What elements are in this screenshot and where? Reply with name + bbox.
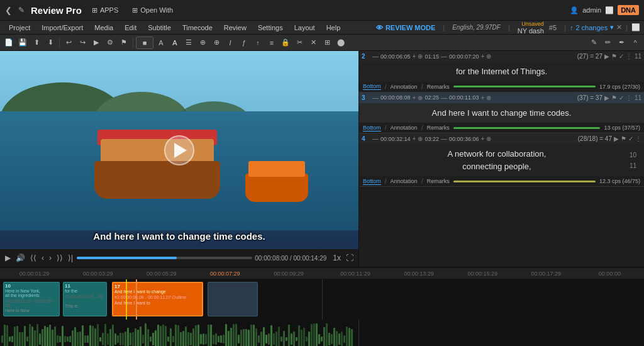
sub-play-3[interactable]: ▶ (604, 94, 609, 101)
tab-bottom-2[interactable]: Bottom (363, 83, 381, 90)
video-progress-bar[interactable] (77, 257, 252, 259)
menu-subtitle[interactable]: Subtitle (143, 23, 176, 33)
tb-edit2[interactable]: ✏ (601, 36, 614, 49)
track-clips-right[interactable] (322, 279, 645, 320)
back-button[interactable]: ❮ (5, 6, 12, 15)
tb-script[interactable]: ƒ (238, 36, 250, 49)
changes-dropdown[interactable]: ▾ (610, 23, 614, 31)
tb-tool2[interactable]: ⊕ (210, 36, 223, 49)
sub-more-3[interactable]: ⋮ (626, 94, 632, 101)
subtitle-row-2: 2 — 00:00:06:05 + ⊕ 01:15 — 00:00:07:20 … (359, 51, 644, 92)
sub-play-2[interactable]: ▶ (604, 53, 609, 60)
sub-tc-circle-3[interactable]: ⊕ (418, 94, 423, 101)
tb-arrow[interactable]: ↑ (252, 36, 264, 49)
vc-next[interactable]: › (48, 254, 53, 262)
sub-tc-circle-4[interactable]: ⊕ (418, 135, 423, 142)
menu-timecode[interactable]: Timecode (177, 23, 218, 33)
tb-download[interactable]: ⬇ (44, 36, 57, 49)
sub-play-4[interactable]: ▶ (614, 135, 619, 142)
vc-prev-frame[interactable]: ⟨⟨ (29, 254, 38, 262)
tab-remarks-4[interactable]: Remarks (427, 178, 450, 184)
tab-remarks-3[interactable]: Remarks (427, 125, 450, 131)
tb-text[interactable]: A (155, 36, 167, 49)
tb-caret[interactable]: ^ (629, 36, 641, 49)
tb-list[interactable]: ≡ (265, 36, 278, 49)
sub-flag-4[interactable]: ⚑ (621, 135, 626, 142)
tb-tool3[interactable]: ⬤ (335, 36, 347, 49)
timeline-playhead[interactable] (136, 279, 137, 320)
apps-button[interactable]: ⊞ APPS (88, 5, 122, 16)
clip-10[interactable]: 10 Here in New York, all the ingredients… (3, 282, 60, 316)
menu-review[interactable]: Review (219, 23, 252, 33)
sub-tc-plus-3[interactable]: + (413, 94, 416, 101)
tab-bottom-4[interactable]: Bottom (363, 178, 381, 185)
sub-more-2[interactable]: ⋮ (626, 53, 632, 60)
number-label: #5 (545, 24, 560, 31)
tb-tool1[interactable]: ⊕ (196, 36, 209, 49)
tb-color1[interactable]: ■ (136, 36, 153, 49)
menu-settings[interactable]: Settings (253, 23, 288, 33)
sub-more-4[interactable]: ⋮ (635, 135, 641, 142)
tb-pencil[interactable]: ✒ (615, 36, 628, 49)
sub-tcout-plus-3[interactable]: + (480, 94, 484, 101)
tb-marker[interactable]: ⚑ (118, 36, 130, 49)
sub-tcout-plus-4[interactable]: + (480, 135, 484, 142)
tb-undo[interactable]: ↩ (62, 36, 75, 49)
tab-annotation-2[interactable]: Annotation (391, 84, 418, 90)
menu-layout[interactable]: Layout (289, 23, 320, 33)
menu-help[interactable]: Help (321, 23, 346, 33)
tb-text2[interactable]: A (169, 36, 181, 49)
track-clips-left[interactable]: 10 Here in New York, all the ingredients… (0, 279, 322, 320)
tb-save[interactable]: 💾 (16, 36, 29, 49)
openwith-button[interactable]: ⊞ Open With (128, 5, 177, 16)
menu-media[interactable]: Media (89, 23, 118, 33)
sub-tcout-circle-3[interactable]: ⊕ (486, 94, 491, 101)
vc-play-icon[interactable]: ▶ (4, 254, 12, 262)
subtitle-text-4-line1: A network for collaboration, (367, 148, 627, 160)
panel-icon[interactable]: ⬜ (631, 23, 640, 31)
video-progress-fill (77, 257, 177, 259)
tb-lock[interactable]: 🔒 (279, 36, 292, 49)
tb-gear[interactable]: ⚙ (104, 36, 116, 49)
sub-check-4[interactable]: ✓ (628, 135, 633, 142)
tb-italic[interactable]: I (224, 36, 236, 49)
sub-tc-plus-4[interactable]: + (413, 135, 416, 142)
play-button[interactable] (164, 135, 194, 165)
sub-tc-circle-2[interactable]: ⊕ (418, 53, 423, 60)
tab-annotation-4[interactable]: Annotation (391, 178, 418, 184)
vc-next-fast[interactable]: ⟩⟩ (55, 254, 64, 262)
sub-tcout-plus-2[interactable]: + (480, 53, 484, 60)
sub-tcout-circle-4[interactable]: ⊕ (486, 135, 491, 142)
menu-project[interactable]: Project (4, 23, 35, 33)
video-frame[interactable]: And here I want to change time codes. (0, 51, 358, 249)
clip-11[interactable]: 11 for the #2 00:00:06.05 - 00 This is (63, 282, 107, 316)
tab-bottom-3[interactable]: Bottom (363, 125, 381, 131)
sub-check-3[interactable]: ✓ (619, 94, 624, 101)
sub-flag-3[interactable]: ⚑ (611, 94, 617, 101)
sub-tc-plus-2[interactable]: + (413, 53, 416, 60)
menu-edit[interactable]: Edit (119, 23, 142, 33)
tb-grid[interactable]: ⊞ (321, 36, 333, 49)
tab-annotation-3[interactable]: Annotation (391, 125, 418, 131)
tb-x1[interactable]: ✕ (307, 36, 319, 49)
tb-redo[interactable]: ↪ (76, 36, 89, 49)
vc-volume[interactable]: 🔊 (14, 254, 26, 262)
tb-new[interactable]: 📄 (3, 36, 15, 49)
sub-flag-2[interactable]: ⚑ (611, 53, 617, 60)
vc-speed[interactable]: 1x (331, 254, 342, 262)
vc-fullscreen[interactable]: ⛶ (345, 254, 355, 262)
menu-import-export[interactable]: Import/Export (36, 23, 88, 33)
tb-cut[interactable]: ✂ (293, 36, 306, 49)
tab-remarks-2[interactable]: Remarks (427, 84, 450, 90)
sub-tcout-circle-2[interactable]: ⊕ (486, 53, 491, 60)
close-changes-icon[interactable]: ✕ (616, 23, 622, 31)
tb-align[interactable]: ☰ (182, 36, 195, 49)
vc-end[interactable]: ⟩| (67, 254, 74, 262)
clip-18[interactable] (208, 282, 258, 316)
sub-linecount-2: 11 (634, 53, 641, 60)
sub-check-2[interactable]: ✓ (619, 53, 624, 60)
tb-edit1[interactable]: ✎ (587, 36, 600, 49)
vc-prev[interactable]: ‹ (40, 254, 45, 262)
tb-upload[interactable]: ⬆ (30, 36, 43, 49)
tb-play[interactable]: ▶ (90, 36, 103, 49)
